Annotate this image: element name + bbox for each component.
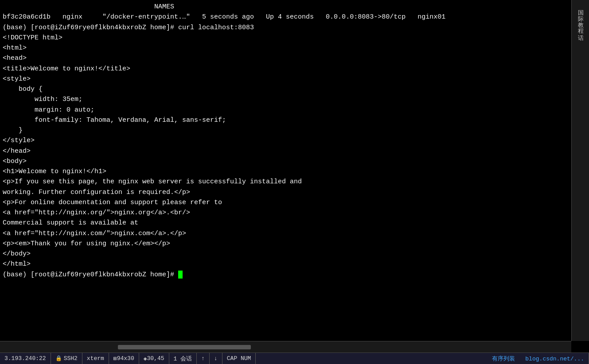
terminal-line-16: <h1>Welcome to nginx!</h1> xyxy=(3,167,569,177)
statusbar: 3.193.240:22 🔒 SSH2 xterm ⊞ 94x30 ◈ 30,4… xyxy=(0,352,589,364)
terminal-line-10: margin: 0 auto; xyxy=(3,105,569,115)
sidebar-char-2[interactable]: 际 xyxy=(577,10,585,13)
terminal-line-23: <a href="http://nginx.com/">nginx.com</a… xyxy=(3,228,569,239)
terminal-line-21: <a href="http://nginx.org/">nginx.org</a… xyxy=(3,208,569,218)
status-bottom-link[interactable]: 有序列装 blog.csdn.net/... xyxy=(488,353,589,364)
sidebar-char-3[interactable]: 教 xyxy=(577,16,585,19)
status-cap-num: CAP NUM xyxy=(222,353,256,364)
terminal-line-2: (base) [root@iZuf69rye0flkbn4kbxrobZ hom… xyxy=(3,23,569,33)
terminal-line-4: <html> xyxy=(3,43,569,53)
status-up-arrow[interactable]: ↑ xyxy=(197,353,210,364)
terminal-line-25: <p><em>Thank you for using nginx.</em></… xyxy=(3,239,569,249)
terminal-line-20: <p>For online documentation and support … xyxy=(3,197,569,208)
terminal-line-8: body { xyxy=(3,84,569,94)
status-down-arrow[interactable]: ↓ xyxy=(210,353,222,364)
terminal-line-28: (base) [root@iZuf69rye0flkbn4kbxrobZ hom… xyxy=(3,270,569,280)
terminal-line-22: Commercial support is available at xyxy=(3,218,569,228)
terminal-line-6: <title>Welcome to nginx!</title> xyxy=(3,64,569,74)
terminal-line-15: <body> xyxy=(3,156,569,167)
status-ip: 3.193.240:22 xyxy=(0,353,51,364)
lock-icon: 🔒 xyxy=(55,355,62,362)
status-term: xterm xyxy=(82,353,109,364)
terminal-line-5: <head> xyxy=(3,53,569,63)
hscroll-thumb[interactable] xyxy=(118,345,251,349)
terminal-line-12: } xyxy=(3,125,569,136)
right-sidebar: 国 际 教 程 话 xyxy=(571,0,589,341)
terminal-line-9: width: 35em; xyxy=(3,94,569,105)
terminal-line-7: <style> xyxy=(3,74,569,84)
sidebar-char-4[interactable]: 程 xyxy=(577,22,585,26)
terminal-line-18: working. Further configuration is requir… xyxy=(3,187,569,197)
terminal-line-13: </style> xyxy=(3,136,569,146)
terminal[interactable]: NAMESbf3c20a6cd1b nginx "/docker-entrypo… xyxy=(0,0,571,341)
sidebar-char-5[interactable]: 话 xyxy=(577,28,585,32)
sidebar-char-1[interactable]: 国 xyxy=(577,4,585,7)
status-sessions: 1 会话 xyxy=(169,353,197,364)
terminal-line-0: NAMES xyxy=(3,2,569,12)
terminal-line-1: bf3c20a6cd1b nginx "/docker-entrypoint.…… xyxy=(3,12,569,22)
terminal-cursor xyxy=(178,271,183,279)
status-dimensions: ⊞ 94x30 xyxy=(109,353,139,364)
terminal-line-11: font-family: Tahoma, Verdana, Arial, san… xyxy=(3,115,569,125)
terminal-line-17: <p>If you see this page, the nginx web s… xyxy=(3,177,569,187)
terminal-line-27: </html> xyxy=(3,259,569,269)
terminal-line-26: </body> xyxy=(3,249,569,259)
terminal-line-3: <!DOCTYPE html> xyxy=(3,33,569,43)
status-ssh: 🔒 SSH2 xyxy=(51,353,82,364)
terminal-line-14: </head> xyxy=(3,146,569,156)
status-position: ◈ 30,45 xyxy=(139,353,169,364)
horizontal-scrollbar[interactable] xyxy=(0,341,571,352)
